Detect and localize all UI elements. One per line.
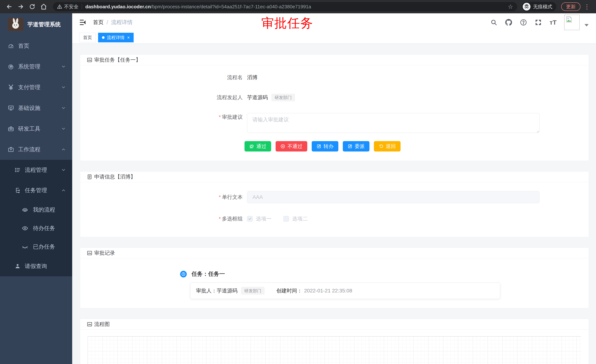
required-asterisk: * [219, 194, 221, 200]
bookmark-star-icon[interactable]: ☆ [508, 3, 513, 10]
process-diagram-card: 流程图 [80, 319, 589, 364]
sidebar-item-process-mgmt[interactable]: 流程管理 [0, 160, 72, 180]
sidebar-item-label: 首页 [18, 42, 29, 50]
process-name-value: 滔博 [247, 73, 257, 81]
forward-icon[interactable] [16, 2, 26, 11]
apply-info-card: 申请信息【滔博】 *单行文本 *多选框组 [80, 171, 589, 237]
single-text-input [247, 191, 540, 203]
sidebar-item-done-tasks[interactable]: 已办任务 [0, 238, 72, 256]
sidebar-item-leave-query[interactable]: 请假查询 [0, 256, 72, 276]
sidebar-item-infra[interactable]: 基础设施 [0, 98, 72, 118]
process-list-icon [15, 167, 21, 173]
app-title: 芋道管理系统 [27, 21, 61, 28]
return-button[interactable]: 退回 [374, 141, 401, 152]
chevron-down-icon [61, 106, 66, 110]
card-title: 审批任务【任务一】 [94, 56, 141, 63]
tag-close-icon[interactable]: × [127, 35, 130, 40]
address-bar[interactable]: 不安全 dashboard.yudao.iocoder.cn/bpm/proce… [53, 2, 517, 11]
sidebar-item-payment[interactable]: 支付管理 [0, 77, 72, 98]
button-label: 转办 [324, 143, 334, 150]
url-path: /bpm/process-instance/detail?id=54aa251f… [151, 4, 311, 9]
sidebar-item-todo-tasks[interactable]: 待办任务 [0, 219, 72, 238]
edit-icon [249, 144, 254, 149]
url-domain: dashboard.yudao.iocoder.cn [85, 4, 151, 9]
reload-icon[interactable] [27, 2, 37, 11]
record-detail-card[interactable]: 审批人： 芋道源码 研发部门 创建时间： 2022-01-21 22:35:08 [190, 283, 500, 299]
chrome-menu-icon[interactable]: ⋮ [582, 3, 592, 10]
sidebar-item-label: 工作流程 [18, 146, 40, 153]
form-row-single-text: *单行文本 [80, 191, 589, 203]
reject-button[interactable]: 不通过 [276, 141, 307, 152]
required-asterisk: * [219, 114, 221, 120]
back-icon[interactable] [4, 2, 14, 11]
fullscreen-icon[interactable] [535, 19, 542, 26]
sidebar-item-devtools[interactable]: 研发工具 [0, 118, 72, 139]
logo-rabbit-image [8, 18, 23, 31]
tag-process-detail[interactable]: 流程详情 × [98, 33, 134, 42]
tag-label: 首页 [83, 35, 92, 41]
checkbox-group: 选项一 选项二 [247, 215, 308, 222]
sidebar-item-system[interactable]: 系统管理 [0, 56, 72, 77]
font-size-icon[interactable]: ᴛT [549, 19, 557, 26]
workflow-submenu: 流程管理 任务管理 我的流程 待办任务 已办任务 [0, 160, 72, 276]
sidebar-item-workflow[interactable]: 工作流程 [0, 139, 72, 160]
created-label: 创建时间： [276, 287, 302, 294]
sidebar-item-my-process[interactable]: 我的流程 [0, 201, 72, 219]
sidebar-item-label: 支付管理 [18, 84, 40, 91]
field-label: *多选框组 [80, 215, 247, 223]
chevron-down-icon [61, 85, 66, 90]
tag-label: 流程详情 [107, 35, 125, 41]
home-icon[interactable] [39, 2, 48, 11]
initiator-name: 芋道源码 [247, 93, 268, 102]
edit-icon [317, 144, 321, 149]
clock-icon [180, 271, 187, 277]
chevron-down-icon [61, 64, 66, 69]
sidebar-item-label: 已办任务 [33, 243, 55, 251]
checkbox-option-2: 选项二 [283, 215, 308, 222]
pass-button[interactable]: 通过 [245, 141, 271, 152]
security-indicator[interactable]: 不安全 [57, 4, 78, 10]
chrome-update-button[interactable]: 更新 [561, 2, 581, 11]
avatar-caret-icon[interactable] [585, 24, 589, 26]
apply-info-card-body: *单行文本 *多选框组 选项一 [80, 182, 589, 237]
sidebar-item-label: 请假查询 [25, 262, 47, 270]
incognito-label: 无痕模式 [533, 4, 552, 10]
card-title: 流程图 [94, 321, 110, 328]
sidebar-item-label: 任务管理 [25, 187, 47, 194]
picture-icon [87, 57, 92, 63]
github-icon[interactable] [505, 19, 512, 26]
checkbox-label: 选项二 [292, 215, 308, 222]
approver-label: 审批人： [196, 287, 217, 294]
breadcrumb-home[interactable]: 首页 [93, 19, 104, 26]
card-title: 申请信息【滔博】 [94, 173, 136, 180]
sidebar-item-label: 我的流程 [33, 206, 55, 214]
tag-home[interactable]: 首页 [79, 33, 96, 42]
transfer-button[interactable]: 转办 [312, 141, 338, 152]
broken-image-icon [565, 16, 573, 23]
sidebar-item-label: 研发工具 [18, 125, 40, 133]
sidebar-item-home[interactable]: 首页 [0, 36, 72, 56]
sidebar-fold-icon[interactable] [79, 19, 87, 26]
search-icon[interactable] [490, 19, 498, 26]
user-icon [15, 263, 21, 269]
sidebar-item-label: 流程管理 [25, 166, 47, 174]
advice-textarea[interactable] [247, 113, 540, 133]
form-row-process-name: 流程名 滔博 [80, 73, 589, 81]
checkbox-group-label: 多选框组 [222, 216, 243, 222]
sidebar-logo[interactable]: 芋道管理系统 [0, 13, 72, 36]
breadcrumb: 首页 / 流程详情 [93, 19, 133, 26]
field-label: *审批建议 [80, 113, 247, 121]
chevron-down-icon [61, 167, 66, 172]
advice-label: 审批建议 [222, 114, 243, 120]
avatar[interactable] [564, 15, 580, 30]
approve-record-card-header: 审批记录 [80, 248, 589, 258]
checkbox-option-1: 选项一 [247, 215, 272, 222]
delegate-button[interactable]: 委派 [343, 141, 369, 152]
help-icon[interactable] [520, 19, 527, 26]
bpmn-canvas[interactable] [88, 336, 581, 364]
apply-info-card-header: 申请信息【滔博】 [80, 171, 589, 182]
app-frame: 芋道管理系统 首页 系统管理 支付管理 基础设施 研发工具 [0, 13, 596, 364]
eye-closed-icon [22, 244, 28, 250]
sidebar-item-task-mgmt[interactable]: 任务管理 [0, 180, 72, 201]
checkbox-unchecked-icon [283, 216, 289, 222]
